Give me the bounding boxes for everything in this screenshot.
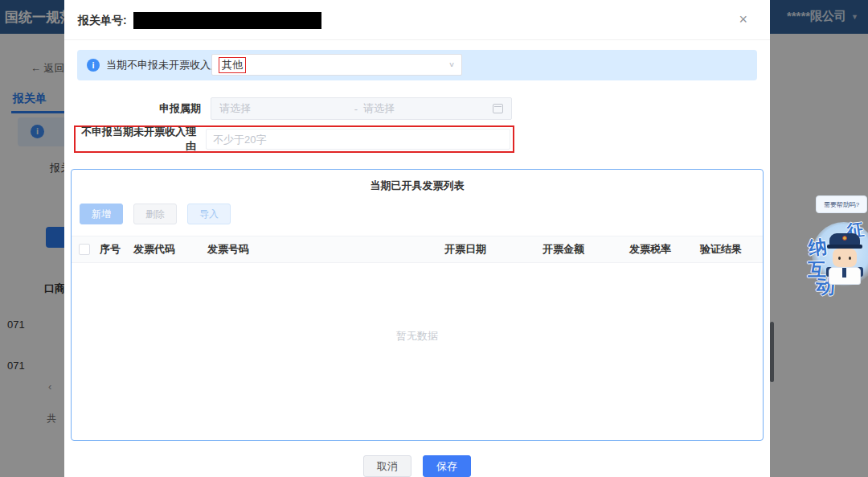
- officer-tie: [842, 268, 846, 278]
- col-serial: 序号: [100, 242, 133, 257]
- declaration-dialog: 报关单号: × i 当期不申报未开票收入原因 其他 ∨ 申报属期 请选择 - 请…: [64, 0, 770, 477]
- screen: 国统一规范电子税务局 *****限公司 ▼ ← 返回 报关单 i 报关单 口商 …: [0, 0, 868, 477]
- invoice-list-panel: 当期已开具发票列表 新增 删除 导入 序号 发票代码 发票号码 开票日期 开票金…: [71, 169, 764, 441]
- tax-helper-mascot[interactable]: 征 纳 互 动: [807, 217, 868, 294]
- invoice-panel-title: 当期已开具发票列表: [72, 179, 763, 193]
- col-tax-rate: 发票税率: [629, 242, 700, 257]
- info-icon: i: [87, 59, 100, 72]
- period-range-picker[interactable]: 请选择 - 请选择: [211, 97, 512, 120]
- period-end-placeholder: 请选择: [363, 101, 493, 116]
- invoice-table-header: 序号 发票代码 发票号码 开票日期 开票金额 发票税率 验证结果: [72, 236, 763, 263]
- dialog-title: 报关单号:: [78, 14, 127, 28]
- col-invoice-number: 发票号码: [207, 242, 444, 257]
- save-button[interactable]: 保存: [423, 455, 471, 477]
- reason-text-input[interactable]: [206, 129, 510, 150]
- period-row: 申报属期 请选择 - 请选择: [77, 97, 757, 120]
- col-verify-result: 验证结果: [700, 242, 750, 257]
- close-icon[interactable]: ×: [739, 11, 747, 27]
- officer-eye: [849, 257, 851, 260]
- officer-face: [833, 249, 857, 267]
- reason-select-value: 其他: [219, 57, 246, 73]
- add-button[interactable]: 新增: [80, 204, 123, 224]
- chevron-down-icon: ∨: [448, 60, 455, 68]
- dialog-body: i 当期不申报未开票收入原因 其他 ∨ 申报属期 请选择 - 请选择 不申报当期…: [64, 50, 770, 477]
- col-invoice-date: 开票日期: [444, 242, 542, 257]
- dialog-header: 报关单号: ×: [64, 0, 770, 40]
- reason-select[interactable]: 其他 ∨: [211, 54, 462, 76]
- officer-eye: [838, 257, 841, 260]
- period-start-placeholder: 请选择: [219, 101, 349, 116]
- reason-banner: i 当期不申报未开票收入原因 其他 ∨: [77, 50, 757, 80]
- delete-button[interactable]: 删除: [133, 204, 177, 224]
- dialog-footer: 取消 保存: [77, 455, 757, 477]
- empty-state-text: 暂无数据: [72, 329, 763, 343]
- officer-badge: [842, 236, 847, 241]
- tax-officer-avatar: [825, 228, 865, 291]
- redacted-declaration-number: [133, 12, 321, 29]
- col-invoice-amount: 开票金额: [542, 242, 629, 257]
- helper-tooltip: 需要帮助吗?: [816, 195, 867, 213]
- reason-text-row-annotated: 不申报当期未开票收入理由: [74, 125, 514, 153]
- period-separator: -: [349, 103, 363, 115]
- select-all-checkbox[interactable]: [79, 244, 90, 255]
- period-label: 申报属期: [77, 101, 211, 116]
- cancel-button[interactable]: 取消: [363, 455, 411, 477]
- calendar-icon: [493, 104, 503, 113]
- import-button[interactable]: 导入: [187, 204, 231, 224]
- invoice-toolbar: 新增 删除 导入: [80, 204, 763, 224]
- reason-text-label: 不申报当期未开票收入理由: [76, 125, 206, 154]
- col-invoice-code: 发票代码: [133, 242, 207, 257]
